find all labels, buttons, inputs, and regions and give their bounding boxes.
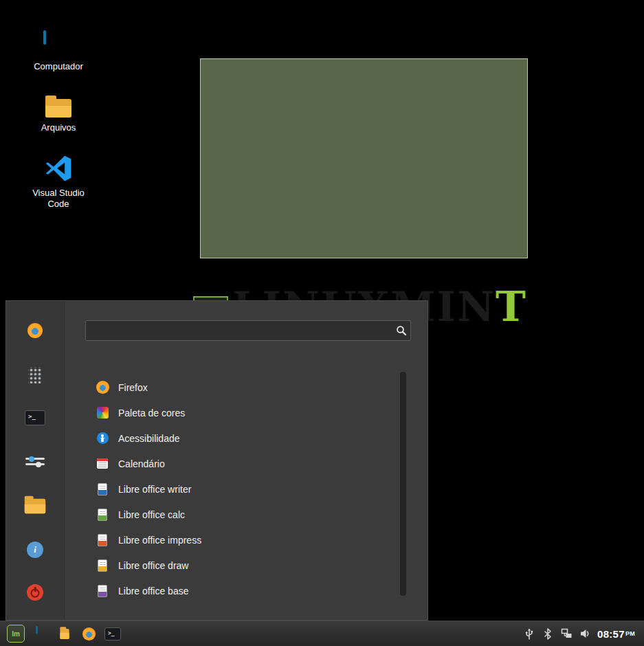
sidebar-item-terminal[interactable]: >_ <box>21 404 49 432</box>
base-icon <box>96 584 109 598</box>
terminal-icon: >_ <box>104 627 121 641</box>
desktop-icon-label: Computador <box>34 61 83 72</box>
calc-icon <box>96 508 109 522</box>
taskbar-terminal-button[interactable]: >_ <box>104 625 121 642</box>
wallpaper-text-green: T <box>496 283 527 331</box>
accessibility-icon <box>96 432 109 445</box>
taskbar-files-button[interactable] <box>56 625 73 642</box>
desktop-icon-label: Arquivos <box>41 122 76 133</box>
writer-icon <box>96 482 109 496</box>
clock-meridiem: PM <box>625 630 635 637</box>
app-item-paleta-de-cores[interactable]: Paleta de cores <box>90 400 392 425</box>
network-icon[interactable] <box>560 627 573 640</box>
search-input[interactable] <box>86 326 392 336</box>
app-label: Libre office draw <box>118 560 188 571</box>
volume-icon[interactable] <box>579 627 591 640</box>
app-label: Firefox <box>118 382 148 393</box>
folder-icon <box>60 629 69 639</box>
mint-menu: >_ i Firefox Paleta de cor <box>5 300 428 621</box>
mint-menu-button[interactable]: lm <box>7 625 25 643</box>
sidebar-item-files[interactable] <box>21 492 49 520</box>
app-label: Libre office calc <box>118 509 185 520</box>
taskbar-launchers: lm >_ <box>0 625 121 643</box>
menu-sidebar: >_ i <box>6 301 65 620</box>
system-tray: 08:57PM <box>523 627 644 640</box>
desktop-icon-arquivos[interactable]: Arquivos <box>14 99 103 133</box>
sidebar-item-calculator[interactable] <box>21 361 49 389</box>
app-item-calendario[interactable]: Calendário <box>90 451 392 476</box>
computer-icon <box>43 32 74 56</box>
draw-icon <box>96 559 109 572</box>
impress-icon <box>96 533 109 547</box>
info-icon: i <box>27 542 43 558</box>
app-label: Paleta de cores <box>118 408 185 419</box>
vscode-icon <box>44 154 73 183</box>
app-label: Libre office base <box>118 586 188 597</box>
clock-time: 08:57 <box>597 628 625 640</box>
calculator-icon <box>28 367 42 383</box>
calendar-icon <box>96 457 109 471</box>
app-item-libreoffice-impress[interactable]: Libre office impress <box>90 527 392 553</box>
taskbar-computer-button[interactable] <box>32 625 49 642</box>
app-label: Libre office writer <box>118 484 191 495</box>
folder-icon <box>45 99 71 118</box>
app-item-libreoffice-base[interactable]: Libre office base <box>90 578 392 603</box>
usb-icon[interactable] <box>523 627 535 640</box>
taskbar-clock[interactable]: 08:57PM <box>597 628 635 640</box>
firefox-icon <box>82 627 96 641</box>
firefox-icon <box>96 381 109 394</box>
desktop-icon-computador[interactable]: Computador <box>14 32 103 72</box>
app-item-firefox[interactable]: Firefox <box>90 375 392 400</box>
taskbar-firefox-button[interactable] <box>80 625 97 642</box>
taskbar: lm >_ <box>0 621 644 646</box>
firefox-icon <box>27 323 43 338</box>
selection-rectangle <box>200 58 528 258</box>
power-icon <box>27 584 43 601</box>
settings-sliders-icon <box>25 456 45 468</box>
search-icon[interactable] <box>392 325 410 336</box>
desktop-icon-label: Visual Studio Code <box>25 188 91 210</box>
color-palette-icon <box>96 406 109 420</box>
desktop-icon-vscode[interactable]: Visual Studio Code <box>14 154 103 210</box>
terminal-icon: >_ <box>25 410 45 425</box>
app-item-libreoffice-draw[interactable]: Libre office draw <box>90 553 392 578</box>
app-label: Calendário <box>118 458 165 469</box>
computer-icon <box>36 627 45 641</box>
sidebar-item-settings[interactable] <box>21 448 49 476</box>
app-item-acessibilidade[interactable]: Acessibilidade <box>90 425 392 451</box>
folder-icon <box>25 498 45 513</box>
app-item-libreoffice-calc[interactable]: Libre office calc <box>90 502 392 527</box>
app-label: Acessibilidade <box>118 433 180 444</box>
sidebar-item-firefox[interactable] <box>21 317 49 344</box>
app-item-libreoffice-writer[interactable]: Libre office writer <box>90 476 392 502</box>
app-list: Firefox Paleta de cores Acessibilidade C… <box>90 375 392 603</box>
app-label: Libre office impress <box>118 535 201 546</box>
menu-search-bar <box>85 320 411 341</box>
sidebar-item-power[interactable] <box>21 579 49 606</box>
bluetooth-icon[interactable] <box>542 627 554 640</box>
sidebar-item-about[interactable]: i <box>21 536 49 564</box>
menu-scrollbar[interactable] <box>400 372 406 596</box>
